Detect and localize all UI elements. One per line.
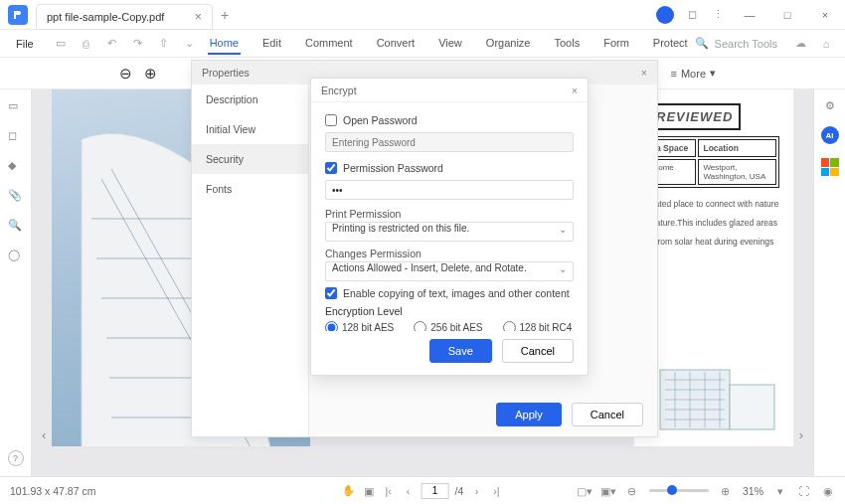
titlebar: ppt file-sample-Copy.pdf × + ◻ ⋮ — □ × bbox=[0, 0, 845, 30]
zoom-dropdown-icon[interactable]: ▾ bbox=[773, 484, 787, 498]
ai-assistant-icon[interactable]: AI bbox=[821, 126, 839, 144]
properties-cancel-button[interactable]: Cancel bbox=[572, 403, 643, 426]
encrypt-close-icon[interactable]: × bbox=[572, 84, 578, 96]
kebab-menu-icon[interactable]: ⋮ bbox=[710, 7, 726, 23]
new-tab-button[interactable]: + bbox=[221, 7, 229, 23]
more-quickaccess-icon[interactable]: ⌄ bbox=[180, 34, 200, 54]
zoom-out-button[interactable]: ⊖ bbox=[625, 484, 639, 498]
undo-icon[interactable]: ↶ bbox=[102, 34, 122, 54]
first-page-icon[interactable]: |‹ bbox=[382, 484, 396, 498]
search-icon: 🔍 bbox=[695, 37, 709, 50]
permission-password-input[interactable] bbox=[325, 180, 574, 200]
search-tools[interactable]: 🔍 Search Tools bbox=[695, 37, 777, 50]
encrypt-title: Encrypt bbox=[321, 84, 357, 96]
chevron-down-icon: ▾ bbox=[710, 67, 716, 80]
properties-tab-description[interactable]: Description bbox=[192, 84, 308, 114]
read-mode-icon[interactable]: ◉ bbox=[821, 484, 835, 498]
properties-close-icon[interactable]: × bbox=[641, 67, 647, 79]
encryption-level-radios: 128 bit AES 256 bit AES 128 bit RC4 bbox=[325, 321, 574, 331]
scroll-right-icon[interactable]: › bbox=[799, 427, 803, 442]
page-total: /4 bbox=[455, 485, 464, 497]
cloud-icon[interactable]: ☁ bbox=[790, 34, 810, 54]
enable-copy-checkbox[interactable]: Enable copying of text, images and other… bbox=[325, 287, 574, 299]
app-icon[interactable] bbox=[8, 5, 28, 25]
reviewed-stamp: REVIEWED bbox=[648, 103, 741, 130]
thumbnails-icon[interactable]: ▭ bbox=[8, 99, 24, 115]
last-page-icon[interactable]: ›| bbox=[489, 484, 503, 498]
menubar: File ▭ ⎙ ↶ ↷ ⇧ ⌄ Home Edit Comment Conve… bbox=[0, 30, 845, 58]
properties-tabs: Description Initial View Security Fonts bbox=[192, 84, 309, 436]
properties-title: Properties bbox=[202, 67, 250, 79]
cursor-coordinates: 101.93 x 47.87 cm bbox=[10, 485, 95, 497]
tab-close-icon[interactable]: × bbox=[194, 9, 202, 24]
right-rail: ⚙ AI bbox=[813, 89, 845, 476]
radio-128-rc4[interactable]: 128 bit RC4 bbox=[503, 321, 573, 331]
file-menu[interactable]: File bbox=[6, 36, 44, 52]
zoom-percentage: 31% bbox=[743, 485, 763, 497]
bookmarks-icon[interactable]: ◻ bbox=[8, 129, 24, 145]
hand-tool-icon[interactable]: ✋ bbox=[342, 484, 356, 498]
open-password-input bbox=[325, 132, 574, 152]
close-button[interactable]: × bbox=[811, 1, 839, 29]
tab-convert[interactable]: Convert bbox=[375, 33, 418, 55]
tab-view[interactable]: View bbox=[436, 33, 464, 55]
minimize-button[interactable]: — bbox=[736, 1, 763, 29]
search-panel-icon[interactable]: 🔍 bbox=[8, 219, 24, 235]
tab-comment[interactable]: Comment bbox=[303, 33, 355, 55]
fullscreen-icon[interactable]: ⛶ bbox=[797, 484, 811, 498]
save-button[interactable]: Save bbox=[429, 339, 492, 363]
properties-tab-security[interactable]: Security bbox=[192, 144, 308, 174]
select-tool-icon[interactable]: ▣ bbox=[362, 484, 376, 498]
info-table: a SpaceLocation tomeWestport,Washington,… bbox=[648, 136, 779, 188]
statusbar: 101.93 x 47.87 cm ✋ ▣ |‹ ‹ /4 › ›| ▢▾ ▣▾… bbox=[0, 476, 845, 504]
prev-page-icon[interactable]: ‹ bbox=[402, 484, 416, 498]
maximize-button[interactable]: □ bbox=[773, 1, 801, 29]
zoom-out-icon[interactable]: ⊖ bbox=[119, 65, 132, 83]
attachments-icon[interactable]: 📎 bbox=[8, 189, 24, 205]
properties-tab-fonts[interactable]: Fonts bbox=[192, 174, 308, 204]
zoom-in-icon[interactable]: ⊕ bbox=[144, 65, 157, 83]
layers-icon[interactable]: ◆ bbox=[8, 159, 24, 175]
properties-tab-initial-view[interactable]: Initial View bbox=[192, 114, 308, 144]
hamburger-icon: ≡ bbox=[671, 68, 677, 80]
notification-icon[interactable]: ◻ bbox=[684, 7, 700, 23]
permission-password-checkbox[interactable]: Permission Password bbox=[325, 162, 574, 174]
settings-icon[interactable]: ⚙ bbox=[825, 99, 835, 112]
radio-256-aes[interactable]: 256 bit AES bbox=[414, 321, 482, 331]
next-page-icon[interactable]: › bbox=[469, 484, 483, 498]
tab-title: ppt file-sample-Copy.pdf bbox=[47, 11, 164, 23]
share-icon[interactable]: ⇧ bbox=[154, 34, 174, 54]
view-mode-icon[interactable]: ▣▾ bbox=[601, 484, 615, 498]
scroll-left-icon[interactable]: ‹ bbox=[42, 427, 46, 442]
print-icon[interactable]: ⎙ bbox=[77, 34, 96, 54]
save-icon[interactable]: ▭ bbox=[51, 34, 71, 54]
open-password-checkbox[interactable]: Open Password bbox=[325, 114, 574, 126]
encryption-level-label: Encryption Level bbox=[325, 305, 574, 317]
help-icon[interactable]: ? bbox=[8, 450, 24, 466]
apply-button[interactable]: Apply bbox=[496, 403, 562, 426]
page-number-input[interactable] bbox=[422, 483, 449, 499]
tab-edit[interactable]: Edit bbox=[260, 33, 283, 55]
user-avatar[interactable] bbox=[656, 6, 674, 24]
tab-home[interactable]: Home bbox=[208, 33, 241, 55]
svg-rect-9 bbox=[730, 385, 774, 429]
encrypt-cancel-button[interactable]: Cancel bbox=[502, 339, 574, 363]
radio-128-aes[interactable]: 128 bit AES bbox=[325, 321, 394, 331]
changes-permission-select[interactable]: Actions Allowed - Insert, Delete, and Ro… bbox=[325, 261, 574, 281]
tab-organize[interactable]: Organize bbox=[484, 33, 533, 55]
tab-tools[interactable]: Tools bbox=[552, 33, 582, 55]
home-icon[interactable]: ⌂ bbox=[816, 34, 836, 54]
microsoft-icon[interactable] bbox=[821, 158, 839, 176]
print-permission-select[interactable]: Printing is restricted on this file. bbox=[325, 222, 574, 242]
stamps-icon[interactable]: ◯ bbox=[8, 249, 24, 264]
main-tabs: Home Edit Comment Convert View Organize … bbox=[203, 33, 695, 55]
zoom-in-button[interactable]: ⊕ bbox=[719, 484, 733, 498]
redo-icon[interactable]: ↷ bbox=[128, 34, 148, 54]
zoom-slider[interactable] bbox=[649, 489, 709, 492]
left-rail: ▭ ◻ ◆ 📎 🔍 ◯ ? bbox=[0, 89, 32, 476]
tab-protect[interactable]: Protect bbox=[651, 33, 690, 55]
more-dropdown[interactable]: ≡ More ▾ bbox=[671, 67, 716, 80]
tab-form[interactable]: Form bbox=[601, 33, 631, 55]
document-tab[interactable]: ppt file-sample-Copy.pdf × bbox=[36, 4, 213, 30]
fit-page-icon[interactable]: ▢▾ bbox=[578, 484, 592, 498]
